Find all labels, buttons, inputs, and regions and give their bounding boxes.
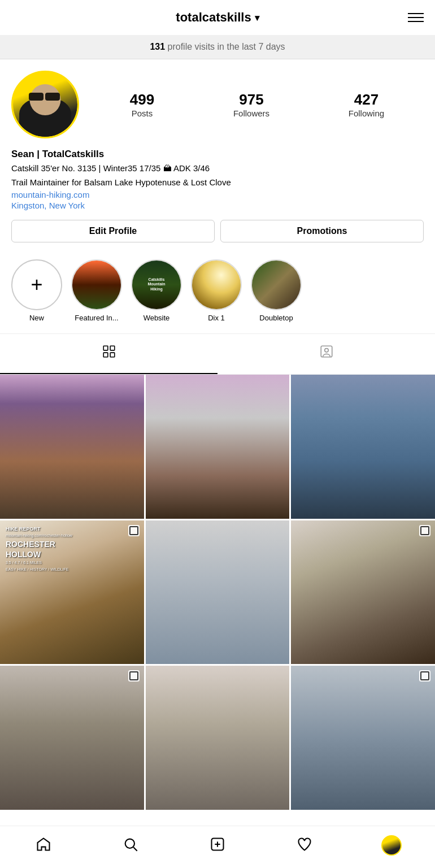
story-label-new: New — [29, 314, 44, 322]
grid-cell-6[interactable] — [291, 520, 435, 665]
story-website[interactable]: CatskillsMountain Hiking Website — [131, 259, 182, 322]
nav-avatar — [381, 835, 402, 856]
username-title[interactable]: totalcatskills ▾ — [176, 10, 259, 25]
edit-profile-button[interactable]: Edit Profile — [11, 220, 215, 242]
promotions-button[interactable]: Promotions — [220, 220, 424, 242]
story-label-doubletop: Doubletop — [259, 314, 293, 322]
posts-count: 499 — [130, 91, 154, 108]
stats-row: 499 Posts 975 Followers 427 Following — [90, 91, 424, 119]
avatar-image — [13, 72, 77, 137]
multi-photo-icon-6 — [419, 525, 430, 536]
photo-winter-trail-1 — [0, 666, 144, 810]
grid-cell-7[interactable] — [0, 666, 144, 810]
nav-home-button[interactable] — [29, 834, 58, 857]
tab-grid[interactable] — [0, 334, 218, 374]
nav-search-button[interactable] — [116, 834, 145, 857]
profile-section: 499 Posts 975 Followers 427 Following Se… — [0, 59, 435, 259]
chevron-down-icon: ▾ — [255, 12, 259, 23]
website-link[interactable]: mountain-hiking.com — [11, 190, 424, 199]
add-icon — [210, 836, 225, 854]
top-bar: totalcatskills ▾ — [0, 0, 435, 35]
grid-cell-1[interactable] — [0, 375, 144, 519]
profile-header: 499 Posts 975 Followers 427 Following — [11, 71, 424, 138]
posts-stat[interactable]: 499 Posts — [130, 91, 154, 119]
svg-rect-1 — [110, 346, 115, 350]
location-text: Kingston, New York — [11, 201, 85, 210]
photo-hike-report: HIKE REPORT mountain-hiking.com/rocheste… — [0, 520, 144, 665]
photo-snow-paw — [146, 520, 290, 665]
grid-cell-3[interactable] — [291, 375, 435, 519]
profile-name: Sean | TotalCatskills — [11, 149, 424, 160]
story-label-featured: Featured In... — [75, 314, 118, 322]
story-doubletop[interactable]: Doubletop — [251, 259, 302, 322]
svg-rect-4 — [321, 346, 332, 357]
username-text: totalcatskills — [176, 10, 251, 25]
hike-report-overlay: HIKE REPORT mountain-hiking.com/rocheste… — [6, 526, 72, 573]
tab-tagged[interactable] — [218, 334, 435, 374]
grid-cell-9[interactable] — [291, 666, 435, 810]
hamburger-menu-button[interactable] — [408, 13, 424, 22]
plus-icon: + — [31, 275, 42, 295]
svg-rect-3 — [110, 353, 115, 357]
story-label-website: Website — [143, 314, 170, 322]
profile-buttons: Edit Profile Promotions — [11, 220, 424, 242]
nav-add-button[interactable] — [203, 834, 232, 857]
bio-line-2: Trail Maintainer for Balsam Lake Hypoten… — [11, 176, 424, 189]
photo-winter-trail-3 — [291, 666, 435, 810]
following-label: Following — [349, 108, 384, 118]
nav-activity-button[interactable] — [290, 834, 319, 857]
grid-cell-4[interactable]: HIKE REPORT mountain-hiking.com/rocheste… — [0, 520, 144, 665]
visit-count: 131 — [150, 42, 165, 51]
followers-label: Followers — [233, 108, 269, 118]
svg-point-6 — [125, 839, 134, 848]
grid-cell-2[interactable] — [146, 375, 290, 519]
story-label-dix: Dix 1 — [208, 314, 225, 322]
photo-winter-trail-2 — [146, 666, 290, 810]
svg-point-5 — [324, 349, 328, 353]
photo-grid: HIKE REPORT mountain-hiking.com/rocheste… — [0, 375, 435, 855]
svg-line-7 — [133, 847, 137, 850]
hamburger-line-1 — [408, 13, 424, 14]
followers-stat[interactable]: 975 Followers — [233, 91, 269, 119]
nav-profile-button[interactable] — [377, 834, 406, 857]
photo-bridge-snow — [146, 375, 290, 519]
story-featured[interactable]: Featured In... — [71, 259, 122, 322]
story-image-dix — [192, 261, 241, 309]
story-circle-website: CatskillsMountain Hiking — [131, 259, 182, 310]
story-circle-featured — [71, 259, 122, 310]
photo-mountain-lake — [291, 375, 435, 519]
avatar-glasses — [29, 93, 62, 101]
story-circle-doubletop — [251, 259, 302, 310]
story-dix[interactable]: Dix 1 — [191, 259, 242, 322]
heart-icon — [297, 836, 312, 854]
home-icon — [36, 836, 51, 854]
following-count: 427 — [349, 91, 384, 108]
search-icon — [123, 836, 138, 854]
story-website-text: CatskillsMountain Hiking — [145, 277, 169, 292]
grid-cell-5[interactable] — [146, 520, 290, 665]
story-image-doubletop — [252, 261, 301, 309]
svg-rect-0 — [103, 346, 108, 350]
multi-photo-icon-4 — [128, 525, 140, 536]
photo-snowy-woods — [291, 520, 435, 665]
posts-label: Posts — [132, 108, 153, 118]
photo-landscape-lake — [0, 375, 144, 519]
visit-text: profile visits in the last 7 days — [165, 42, 285, 51]
avatar[interactable] — [11, 71, 79, 138]
grid-icon — [102, 344, 116, 363]
following-stat[interactable]: 427 Following — [349, 91, 384, 119]
tabs-row — [0, 334, 435, 375]
hamburger-line-2 — [408, 17, 424, 18]
multi-photo-icon-7 — [128, 670, 140, 682]
hamburger-line-3 — [408, 21, 424, 22]
grid-cell-8[interactable] — [146, 666, 290, 810]
profile-visits-banner: 131 profile visits in the last 7 days — [0, 35, 435, 59]
bottom-nav — [0, 826, 435, 868]
multi-photo-icon-9 — [419, 670, 430, 682]
bio-section: Sean | TotalCatskills Catskill 35'er No.… — [11, 149, 424, 211]
svg-rect-2 — [103, 353, 108, 357]
stories-row: + New Featured In... CatskillsMountain H… — [0, 259, 435, 334]
person-frame-icon — [319, 344, 334, 363]
story-new[interactable]: + New — [11, 259, 62, 322]
story-circle-dix — [191, 259, 242, 310]
